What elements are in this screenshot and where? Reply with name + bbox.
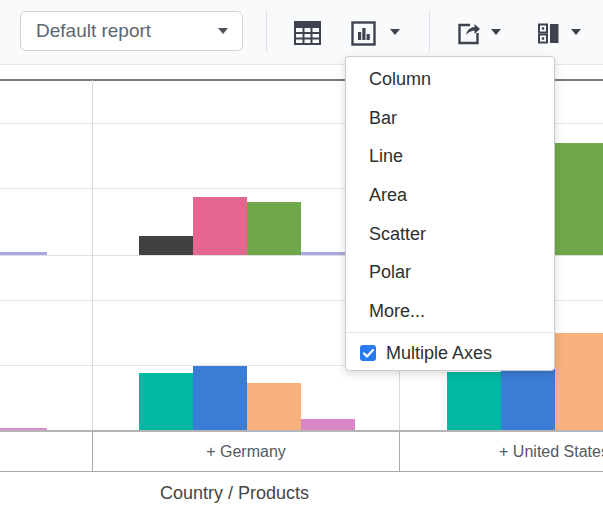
chart-bar bbox=[247, 383, 301, 431]
chevron-down-icon bbox=[218, 28, 228, 34]
chart-bar bbox=[139, 373, 193, 431]
multiple-axes-toggle[interactable]: Multiple Axes bbox=[346, 335, 554, 372]
fields-icon[interactable] bbox=[536, 21, 562, 50]
category-divider bbox=[92, 80, 93, 431]
band-bottom-border bbox=[0, 471, 603, 472]
chart-bar bbox=[193, 366, 247, 431]
export-icon[interactable] bbox=[456, 21, 482, 50]
chart-bar bbox=[0, 252, 47, 255]
menu-item-more[interactable]: More... bbox=[346, 292, 554, 331]
report-selector[interactable]: Default report bbox=[20, 11, 243, 51]
charts-view-icon[interactable] bbox=[351, 21, 376, 50]
menu-item-column[interactable]: Column bbox=[346, 60, 554, 99]
category-germany[interactable]: + Germany bbox=[93, 432, 399, 471]
category-united-states[interactable]: + United States bbox=[400, 432, 603, 471]
chart-bar bbox=[501, 369, 555, 431]
menu-item-bar[interactable]: Bar bbox=[346, 99, 554, 138]
chart-bar bbox=[447, 372, 501, 431]
charts-menu-caret[interactable] bbox=[390, 29, 400, 35]
chart-bar bbox=[555, 333, 603, 431]
multiple-axes-label: Multiple Axes bbox=[386, 343, 492, 364]
chart-bar bbox=[555, 143, 603, 255]
toolbar-separator bbox=[266, 10, 267, 52]
grid-view-icon[interactable] bbox=[294, 21, 321, 49]
menu-item-polar[interactable]: Polar bbox=[346, 253, 554, 292]
x-axis-title: Country / Products bbox=[160, 483, 309, 504]
export-menu-caret[interactable] bbox=[491, 29, 501, 35]
toolbar-separator bbox=[429, 10, 430, 52]
fields-menu-caret[interactable] bbox=[571, 29, 581, 35]
chart-bar bbox=[139, 236, 193, 255]
menu-item-line[interactable]: Line bbox=[346, 137, 554, 176]
menu-item-scatter[interactable]: Scatter bbox=[346, 215, 554, 254]
chart-bar bbox=[193, 197, 247, 255]
chart-bar bbox=[247, 202, 301, 255]
menu-separator bbox=[346, 332, 554, 333]
menu-item-area[interactable]: Area bbox=[346, 176, 554, 215]
pivot-charts-screen: + Germany + United States Country / Prod… bbox=[0, 0, 603, 517]
checkbox-checked-icon[interactable] bbox=[360, 345, 376, 361]
chart-type-menu: Column Bar Line Area Scatter Polar More.… bbox=[345, 56, 555, 371]
report-selector-value: Default report bbox=[21, 20, 218, 42]
